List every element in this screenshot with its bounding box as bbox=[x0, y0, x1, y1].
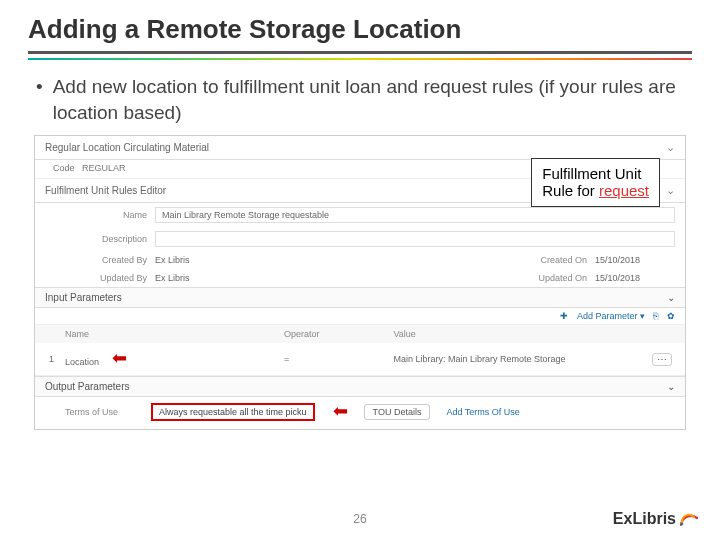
callout-line2a: Rule for bbox=[542, 182, 599, 199]
output-params-label: Output Parameters bbox=[45, 381, 129, 392]
panel-header-input-params[interactable]: Input Parameters ⌄ bbox=[35, 287, 685, 308]
row-value: Main Library: Main Library Remote Storag… bbox=[394, 354, 650, 364]
svg-point-0 bbox=[681, 523, 684, 526]
logo-arc-icon bbox=[678, 508, 700, 530]
slide-title: Adding a Remote Storage Location bbox=[28, 14, 692, 54]
tou-details-button[interactable]: TOU Details bbox=[364, 404, 431, 420]
input-params-label: Input Parameters bbox=[45, 292, 122, 303]
panel-header-text: Regular Location Circulating Material bbox=[45, 142, 209, 153]
panel-header-output-params[interactable]: Output Parameters ⌄ bbox=[35, 376, 685, 397]
chevron-down-icon: ⌄ bbox=[667, 292, 675, 303]
logo-text: ExLibris bbox=[613, 510, 676, 528]
row-index: 1 bbox=[49, 354, 65, 364]
table-row: 1 Location ⬅ = Main Library: Main Librar… bbox=[35, 343, 685, 376]
updatedby-label: Updated By bbox=[95, 273, 155, 283]
description-label: Description bbox=[95, 234, 155, 244]
row-name: Location bbox=[65, 357, 99, 367]
updatedon-value: 15/10/2018 bbox=[595, 273, 675, 283]
createdby-label: Created By bbox=[95, 255, 155, 265]
chevron-down-icon: ⌄ bbox=[666, 141, 675, 154]
table-header: Name Operator Value bbox=[35, 325, 685, 343]
col-value: Value bbox=[394, 329, 650, 339]
divider-rainbow bbox=[28, 58, 692, 60]
add-tou-link[interactable]: Add Terms Of Use bbox=[446, 407, 519, 417]
bullet-text: Add new location to fulfillment unit loa… bbox=[53, 74, 684, 125]
createdon-label: Created On bbox=[525, 255, 595, 265]
description-field[interactable] bbox=[155, 231, 675, 247]
updatedon-label: Updated On bbox=[525, 273, 595, 283]
row-operator: = bbox=[284, 354, 394, 364]
chevron-down-icon: ⌄ bbox=[667, 381, 675, 392]
bullet-item: • Add new location to fulfillment unit l… bbox=[36, 74, 684, 125]
name-field[interactable]: Main Library Remote Storage requestable bbox=[155, 207, 675, 223]
tou-label: Terms of Use bbox=[65, 407, 135, 417]
panel-header-text: Fulfilment Unit Rules Editor bbox=[45, 185, 166, 196]
export-icon[interactable]: ⎘ bbox=[653, 311, 658, 321]
panel-header-regular-location[interactable]: Regular Location Circulating Material ⌄ bbox=[35, 136, 685, 160]
code-label: Code bbox=[53, 163, 75, 173]
gear-icon[interactable]: ✿ bbox=[667, 311, 675, 321]
col-operator: Operator bbox=[284, 329, 394, 339]
callout-request-word: request bbox=[599, 182, 649, 199]
page-number: 26 bbox=[353, 512, 366, 526]
toolbar: ✚ Add Parameter ▾ ⎘ ✿ bbox=[35, 308, 685, 325]
chevron-down-icon: ⌄ bbox=[666, 184, 675, 197]
col-name: Name bbox=[65, 329, 284, 339]
updatedby-value: Ex Libris bbox=[155, 273, 525, 283]
tou-value-highlight: Always requestable all the time picku bbox=[151, 403, 315, 421]
name-label: Name bbox=[95, 210, 155, 220]
callout-line1: Fulfillment Unit bbox=[542, 165, 649, 182]
arrow-left-icon: ⬅ bbox=[333, 400, 348, 422]
createdby-value: Ex Libris bbox=[155, 255, 525, 265]
footer: 26 ExLibris bbox=[0, 504, 720, 534]
callout-box: Fulfillment Unit Rule for request bbox=[531, 158, 660, 207]
arrow-left-icon: ⬅ bbox=[112, 348, 127, 368]
createdon-value: 15/10/2018 bbox=[595, 255, 675, 265]
more-button[interactable]: ⋯ bbox=[652, 353, 672, 366]
exlibris-logo: ExLibris bbox=[613, 508, 700, 530]
bullet-dot: • bbox=[36, 74, 43, 125]
add-parameter-button[interactable]: ✚ Add Parameter ▾ bbox=[560, 311, 645, 321]
code-value: REGULAR bbox=[82, 163, 126, 173]
